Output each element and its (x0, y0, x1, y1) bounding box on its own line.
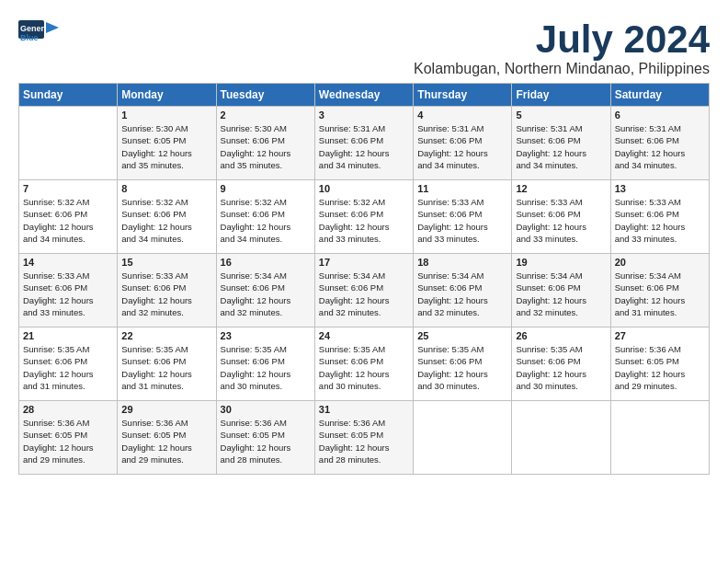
day-details: Sunrise: 5:35 AM Sunset: 6:06 PM Dayligh… (23, 343, 113, 392)
day-details: Sunrise: 5:31 AM Sunset: 6:06 PM Dayligh… (417, 122, 507, 171)
day-details: Sunrise: 5:34 AM Sunset: 6:06 PM Dayligh… (516, 270, 606, 318)
calendar-cell (19, 107, 118, 180)
calendar-cell: 1Sunrise: 5:30 AM Sunset: 6:05 PM Daylig… (118, 107, 216, 180)
day-details: Sunrise: 5:32 AM Sunset: 6:06 PM Dayligh… (23, 196, 113, 245)
day-details: Sunrise: 5:30 AM Sunset: 6:06 PM Dayligh… (221, 122, 311, 171)
logo: General Blue (18, 18, 59, 52)
day-number: 22 (121, 330, 211, 341)
header-cell-friday: Friday (512, 84, 610, 107)
day-details: Sunrise: 5:33 AM Sunset: 6:06 PM Dayligh… (417, 196, 507, 245)
day-number: 27 (615, 330, 705, 341)
day-number: 23 (221, 330, 311, 341)
svg-text:Blue: Blue (20, 33, 39, 42)
calendar-cell: 15Sunrise: 5:33 AM Sunset: 6:06 PM Dayli… (118, 254, 216, 327)
calendar-cell: 20Sunrise: 5:34 AM Sunset: 6:06 PM Dayli… (610, 254, 709, 327)
logo-icon: General Blue (18, 18, 59, 52)
day-number: 9 (221, 183, 311, 194)
calendar-cell: 31Sunrise: 5:36 AM Sunset: 6:05 PM Dayli… (314, 401, 413, 475)
day-details: Sunrise: 5:33 AM Sunset: 6:06 PM Dayligh… (615, 196, 705, 245)
calendar-cell: 25Sunrise: 5:35 AM Sunset: 6:06 PM Dayli… (414, 327, 512, 401)
day-number: 3 (319, 109, 409, 121)
day-number: 31 (319, 404, 409, 415)
calendar-cell: 5Sunrise: 5:31 AM Sunset: 6:06 PM Daylig… (512, 107, 610, 180)
calendar-cell: 27Sunrise: 5:36 AM Sunset: 6:05 PM Dayli… (610, 327, 709, 401)
day-details: Sunrise: 5:36 AM Sunset: 6:05 PM Dayligh… (121, 417, 211, 465)
day-number: 7 (23, 183, 113, 194)
header-cell-thursday: Thursday (414, 84, 512, 107)
calendar-cell: 22Sunrise: 5:35 AM Sunset: 6:06 PM Dayli… (118, 327, 216, 401)
day-number: 14 (23, 257, 113, 268)
day-details: Sunrise: 5:33 AM Sunset: 6:06 PM Dayligh… (23, 270, 113, 318)
header: General Blue July 2024 Kolambugan, North… (18, 18, 710, 77)
header-cell-tuesday: Tuesday (216, 84, 314, 107)
calendar-cell (610, 401, 709, 475)
title-area: July 2024 Kolambugan, Northern Mindanao,… (414, 18, 710, 77)
calendar-cell: 23Sunrise: 5:35 AM Sunset: 6:06 PM Dayli… (216, 327, 314, 401)
day-number: 30 (221, 404, 311, 415)
header-cell-wednesday: Wednesday (314, 84, 413, 107)
day-details: Sunrise: 5:36 AM Sunset: 6:05 PM Dayligh… (615, 343, 705, 392)
day-details: Sunrise: 5:35 AM Sunset: 6:06 PM Dayligh… (221, 343, 311, 392)
day-details: Sunrise: 5:31 AM Sunset: 6:06 PM Dayligh… (516, 122, 606, 171)
day-number: 8 (121, 183, 211, 194)
day-details: Sunrise: 5:35 AM Sunset: 6:06 PM Dayligh… (417, 343, 507, 392)
day-number: 12 (516, 183, 606, 194)
day-details: Sunrise: 5:34 AM Sunset: 6:06 PM Dayligh… (221, 270, 311, 318)
week-row-2: 7Sunrise: 5:32 AM Sunset: 6:06 PM Daylig… (19, 180, 710, 254)
calendar-cell: 3Sunrise: 5:31 AM Sunset: 6:06 PM Daylig… (314, 107, 413, 180)
day-details: Sunrise: 5:36 AM Sunset: 6:05 PM Dayligh… (23, 417, 113, 465)
calendar-cell: 28Sunrise: 5:36 AM Sunset: 6:05 PM Dayli… (19, 401, 118, 475)
calendar-cell: 12Sunrise: 5:33 AM Sunset: 6:06 PM Dayli… (512, 180, 610, 254)
day-number: 5 (516, 109, 606, 121)
day-details: Sunrise: 5:32 AM Sunset: 6:06 PM Dayligh… (221, 196, 311, 245)
svg-marker-3 (46, 22, 59, 33)
calendar-cell: 17Sunrise: 5:34 AM Sunset: 6:06 PM Dayli… (314, 254, 413, 327)
day-details: Sunrise: 5:34 AM Sunset: 6:06 PM Dayligh… (319, 270, 409, 318)
day-details: Sunrise: 5:31 AM Sunset: 6:06 PM Dayligh… (319, 122, 409, 171)
calendar-header-row: SundayMondayTuesdayWednesdayThursdayFrid… (19, 84, 710, 107)
day-number: 21 (23, 330, 113, 341)
day-number: 2 (221, 109, 311, 121)
calendar-title: July 2024 (414, 18, 710, 61)
calendar-cell: 29Sunrise: 5:36 AM Sunset: 6:05 PM Dayli… (118, 401, 216, 475)
day-number: 29 (121, 404, 211, 415)
calendar-cell: 6Sunrise: 5:31 AM Sunset: 6:06 PM Daylig… (610, 107, 709, 180)
day-number: 20 (615, 257, 705, 268)
day-details: Sunrise: 5:34 AM Sunset: 6:06 PM Dayligh… (615, 270, 705, 318)
day-details: Sunrise: 5:30 AM Sunset: 6:05 PM Dayligh… (121, 122, 211, 171)
calendar-cell: 26Sunrise: 5:35 AM Sunset: 6:06 PM Dayli… (512, 327, 610, 401)
calendar-cell: 19Sunrise: 5:34 AM Sunset: 6:06 PM Dayli… (512, 254, 610, 327)
day-number: 10 (319, 183, 409, 194)
day-number: 28 (23, 404, 113, 415)
day-details: Sunrise: 5:36 AM Sunset: 6:05 PM Dayligh… (319, 417, 409, 465)
calendar-cell: 30Sunrise: 5:36 AM Sunset: 6:05 PM Dayli… (216, 401, 314, 475)
day-number: 13 (615, 183, 705, 194)
calendar-cell: 13Sunrise: 5:33 AM Sunset: 6:06 PM Dayli… (610, 180, 709, 254)
day-number: 6 (615, 109, 705, 121)
header-cell-saturday: Saturday (610, 84, 709, 107)
day-details: Sunrise: 5:32 AM Sunset: 6:06 PM Dayligh… (319, 196, 409, 245)
calendar-cell: 14Sunrise: 5:33 AM Sunset: 6:06 PM Dayli… (19, 254, 118, 327)
day-details: Sunrise: 5:35 AM Sunset: 6:06 PM Dayligh… (319, 343, 409, 392)
day-details: Sunrise: 5:32 AM Sunset: 6:06 PM Dayligh… (121, 196, 211, 245)
calendar-cell: 4Sunrise: 5:31 AM Sunset: 6:06 PM Daylig… (414, 107, 512, 180)
calendar-cell (512, 401, 610, 475)
calendar-cell: 9Sunrise: 5:32 AM Sunset: 6:06 PM Daylig… (216, 180, 314, 254)
week-row-1: 1Sunrise: 5:30 AM Sunset: 6:05 PM Daylig… (19, 107, 710, 180)
day-number: 16 (221, 257, 311, 268)
calendar-cell: 16Sunrise: 5:34 AM Sunset: 6:06 PM Dayli… (216, 254, 314, 327)
day-number: 11 (417, 183, 507, 194)
week-row-3: 14Sunrise: 5:33 AM Sunset: 6:06 PM Dayli… (19, 254, 710, 327)
calendar-cell: 10Sunrise: 5:32 AM Sunset: 6:06 PM Dayli… (314, 180, 413, 254)
calendar-cell: 11Sunrise: 5:33 AM Sunset: 6:06 PM Dayli… (414, 180, 512, 254)
week-row-4: 21Sunrise: 5:35 AM Sunset: 6:06 PM Dayli… (19, 327, 710, 401)
header-cell-monday: Monday (118, 84, 216, 107)
day-number: 17 (319, 257, 409, 268)
calendar-cell (414, 401, 512, 475)
day-number: 19 (516, 257, 606, 268)
calendar-subtitle: Kolambugan, Northern Mindanao, Philippin… (414, 61, 710, 77)
calendar-cell: 8Sunrise: 5:32 AM Sunset: 6:06 PM Daylig… (118, 180, 216, 254)
day-details: Sunrise: 5:34 AM Sunset: 6:06 PM Dayligh… (417, 270, 507, 318)
day-details: Sunrise: 5:31 AM Sunset: 6:06 PM Dayligh… (615, 122, 705, 171)
day-details: Sunrise: 5:35 AM Sunset: 6:06 PM Dayligh… (121, 343, 211, 392)
